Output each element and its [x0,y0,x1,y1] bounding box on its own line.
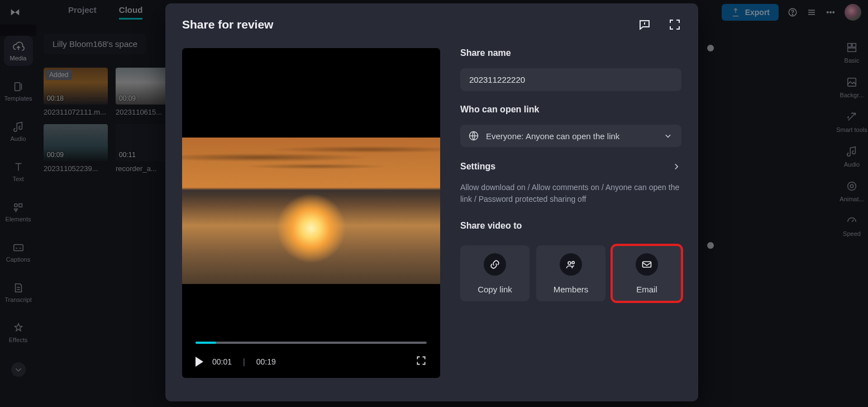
members-icon [565,259,576,270]
help-icon[interactable] [788,7,798,17]
svg-rect-10 [852,44,856,47]
left-sidebar: Media Templates Audio Text Elements Capt… [0,25,36,36]
sidebar-item-templates[interactable]: Templates [4,76,33,106]
selection-handle[interactable] [707,45,714,51]
email-icon [641,259,652,270]
speed-icon [846,215,858,227]
svg-rect-7 [18,204,21,207]
share-copy-link[interactable]: Copy link [460,245,530,301]
rightbar-item-speed[interactable]: Speed [843,215,861,237]
media-thumb[interactable]: Added00:18 202311072111.m... [44,68,108,116]
globe-icon [468,130,479,141]
svg-rect-20 [643,262,651,267]
sidebar-item-elements[interactable]: Elements [4,197,33,227]
share-name-input[interactable] [460,68,681,91]
rightbar-item-animate[interactable]: Animat... [840,180,864,202]
svg-point-2 [827,12,828,13]
chevron-right-icon [671,162,681,172]
share-email[interactable]: Email [612,245,681,301]
who-open-label: Who can open link [460,105,681,115]
fullscreen-button[interactable] [416,355,427,368]
svg-rect-8 [13,245,23,251]
svg-rect-9 [848,44,851,47]
panels-icon[interactable] [807,7,817,17]
modal-title: Share for review [182,18,273,31]
expand-icon[interactable] [668,18,681,31]
chevron-down-icon [12,363,25,376]
svg-rect-5 [15,83,20,91]
selection-handle[interactable] [707,242,714,249]
top-tabs: Project Cloud [68,5,142,20]
elements-icon [12,201,25,214]
sidebar-item-audio[interactable]: Audio [4,116,33,146]
rightbar-item-smart[interactable]: Smart tools [836,111,867,133]
transcript-icon [12,282,25,294]
svg-point-18 [568,262,571,264]
export-button[interactable]: Export [722,4,779,21]
share-members[interactable]: Members [536,245,605,301]
share-name-label: Share name [460,48,681,58]
link-icon [489,259,500,270]
preview-frame [182,138,440,284]
rightbar-item-basic[interactable]: Basic [845,41,860,64]
fullscreen-icon [416,355,427,366]
audio-icon [12,121,25,133]
settings-desc: Allow download on / Allow comments on / … [460,182,681,205]
export-label: Export [745,8,770,17]
progress-bar[interactable] [195,342,427,344]
sidebar-item-captions[interactable]: Captions [4,237,33,267]
svg-point-3 [830,12,831,13]
svg-rect-12 [848,78,856,87]
right-sidebar: Basic Backgr... Smart tools Audio Animat… [836,25,868,41]
templates-icon [12,81,25,93]
settings-row[interactable]: Settings [460,162,681,172]
captions-icon [12,242,25,254]
share-video-to-label: Share video to [460,221,681,231]
audio2-icon [846,145,858,158]
space-button[interactable]: Lilly Bloom168's space [44,34,146,54]
sidebar-item-text[interactable]: Text [4,157,33,187]
svg-point-6 [14,204,17,207]
share-review-modal: Share for review 00:01 | 00:19 [165,3,698,401]
settings-label: Settings [460,162,495,172]
video-preview: 00:01 | 00:19 [182,48,440,378]
svg-point-4 [833,12,834,13]
tab-cloud[interactable]: Cloud [119,5,143,20]
app-logo [7,4,23,21]
sidebar-item-effects[interactable]: Effects [4,318,33,348]
svg-point-14 [850,184,853,188]
who-open-value: Everyone: Anyone can open the link [486,131,619,141]
svg-point-1 [792,15,793,15]
rightbar-item-background[interactable]: Backgr... [840,76,864,98]
avatar[interactable] [845,4,861,21]
comment-icon[interactable] [638,18,651,31]
rightbar-item-audio[interactable]: Audio [844,145,860,168]
svg-point-19 [572,261,574,263]
background-icon [846,76,858,88]
who-open-select[interactable]: Everyone: Anyone can open the link [460,125,681,147]
basic-icon [846,41,858,54]
animate-icon [846,180,858,192]
svg-point-13 [848,182,856,191]
svg-rect-11 [848,48,856,51]
play-button[interactable] [195,357,203,367]
sidebar-collapse[interactable] [4,358,33,381]
export-icon [731,7,741,17]
cloud-upload-icon [12,40,25,53]
media-thumb[interactable]: 00:09 202311052239... [44,124,108,173]
sidebar-item-transcript[interactable]: Transcript [4,277,33,307]
text-icon [12,161,25,173]
tab-project[interactable]: Project [68,5,97,20]
effects-icon [12,322,25,334]
time-duration: 00:19 [256,357,276,366]
magic-icon [846,111,858,123]
time-current: 00:01 [212,357,232,366]
chevron-down-icon [662,130,674,141]
sidebar-item-media[interactable]: Media [4,36,33,66]
more-icon[interactable] [826,7,836,17]
